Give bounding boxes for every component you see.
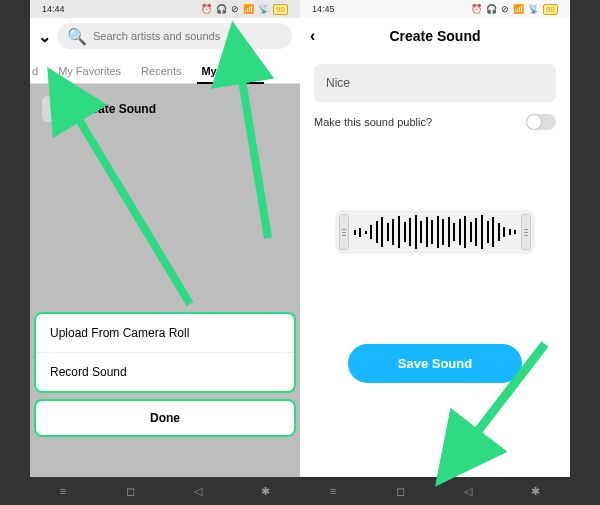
tab-featured-cut[interactable]: d bbox=[30, 65, 48, 83]
tab-recents[interactable]: Recents bbox=[131, 65, 191, 83]
battery-icon: 98 bbox=[273, 4, 288, 15]
nav-home-icon[interactable]: ◻ bbox=[126, 485, 135, 498]
waveform-icon bbox=[352, 214, 518, 250]
make-public-label: Make this sound public? bbox=[314, 116, 432, 128]
page-title: Create Sound bbox=[389, 28, 480, 44]
sound-name-field[interactable]: Nice bbox=[314, 64, 556, 102]
trim-handle-right[interactable] bbox=[521, 214, 531, 250]
title-bar: ‹ Create Sound bbox=[300, 18, 570, 54]
save-sound-button[interactable]: Save Sound bbox=[348, 344, 522, 383]
headphones-icon: 🎧 bbox=[486, 4, 497, 14]
make-public-toggle[interactable] bbox=[526, 114, 556, 130]
nav-recent-icon[interactable]: ≡ bbox=[330, 485, 336, 497]
annotation-arrow-icon bbox=[60, 94, 200, 318]
nav-accessibility-icon[interactable]: ✱ bbox=[261, 485, 270, 498]
action-sheet: Upload From Camera Roll Record Sound Don… bbox=[34, 312, 296, 437]
tabs: d My Favorites Recents My Sounds bbox=[30, 54, 300, 84]
android-nav-bar: ≡ ◻ ◁ ✱ bbox=[30, 477, 300, 505]
phone-sounds-list: 14:44 ⏰ 🎧 ⊘ 📶 📡 98 ⌄ 🔍 d My bbox=[30, 0, 300, 505]
make-public-row: Make this sound public? bbox=[314, 114, 556, 130]
tab-my-favorites[interactable]: My Favorites bbox=[48, 65, 131, 83]
create-sound-label: Create Sound bbox=[78, 102, 156, 116]
search-icon: 🔍 bbox=[67, 27, 87, 46]
collapse-chevron-icon[interactable]: ⌄ bbox=[38, 27, 51, 46]
sheet-done-button[interactable]: Done bbox=[34, 399, 296, 437]
create-sound-row[interactable]: + Create Sound bbox=[42, 96, 288, 122]
dnd-icon: ⊘ bbox=[501, 4, 509, 14]
headphones-icon: 🎧 bbox=[216, 4, 227, 14]
status-time: 14:44 bbox=[42, 4, 65, 14]
status-bar: 14:44 ⏰ 🎧 ⊘ 📶 📡 98 bbox=[30, 0, 300, 18]
phone-create-sound: 14:45 ⏰ 🎧 ⊘ 📶 📡 98 ‹ Create Sound Nice M… bbox=[300, 0, 570, 505]
waveform-trimmer[interactable] bbox=[335, 210, 535, 254]
alarm-icon: ⏰ bbox=[471, 4, 482, 14]
signal-icon: 📡 bbox=[528, 4, 539, 14]
search-box[interactable]: 🔍 bbox=[57, 23, 292, 49]
nav-home-icon[interactable]: ◻ bbox=[396, 485, 405, 498]
search-input[interactable] bbox=[93, 30, 282, 42]
sheet-record-sound[interactable]: Record Sound bbox=[36, 353, 294, 391]
sheet-upload-camera-roll[interactable]: Upload From Camera Roll bbox=[36, 314, 294, 353]
nav-back-icon[interactable]: ◁ bbox=[464, 485, 472, 498]
nav-recent-icon[interactable]: ≡ bbox=[60, 485, 66, 497]
annotation-arrow-icon bbox=[190, 58, 280, 252]
alarm-icon: ⏰ bbox=[201, 4, 212, 14]
signal-icon: 📡 bbox=[258, 4, 269, 14]
nav-back-icon[interactable]: ◁ bbox=[194, 485, 202, 498]
tab-my-sounds[interactable]: My Sounds bbox=[191, 65, 270, 83]
top-bar: ⌄ 🔍 bbox=[30, 18, 300, 54]
plus-icon: + bbox=[42, 96, 68, 122]
dnd-icon: ⊘ bbox=[231, 4, 239, 14]
wifi-icon: 📶 bbox=[513, 4, 524, 14]
battery-icon: 98 bbox=[543, 4, 558, 15]
nav-accessibility-icon[interactable]: ✱ bbox=[531, 485, 540, 498]
back-icon[interactable]: ‹ bbox=[310, 27, 315, 45]
status-time: 14:45 bbox=[312, 4, 335, 14]
wifi-icon: 📶 bbox=[243, 4, 254, 14]
trim-handle-left[interactable] bbox=[339, 214, 349, 250]
status-bar: 14:45 ⏰ 🎧 ⊘ 📶 📡 98 bbox=[300, 0, 570, 18]
android-nav-bar: ≡ ◻ ◁ ✱ bbox=[300, 477, 570, 505]
svg-line-1 bbox=[72, 108, 190, 304]
svg-line-3 bbox=[240, 68, 268, 238]
